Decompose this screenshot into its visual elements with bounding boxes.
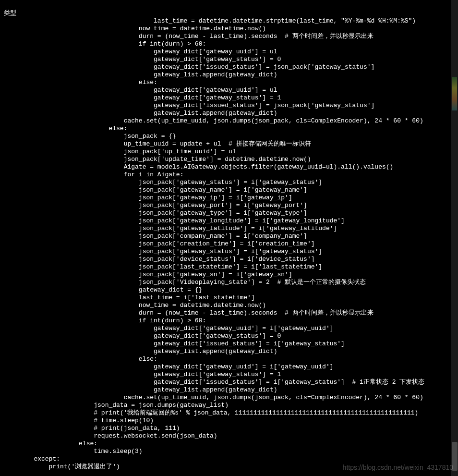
code-line: json_pack['Videoplaying_state'] = 2 # 默认… [4,279,454,286]
code-line: cache.set(up_time_uuid, json.dumps(json_… [4,117,454,125]
code-line: json_pack['company_name'] = i['company_n… [4,232,454,240]
code-line: now_time = datetime.datetime.now() [4,302,454,309]
code-line: json_pack = {} [4,133,454,140]
code-line: durn = (now_time - last_time).seconds # … [4,33,454,40]
code-line: json_pack['gateway_status'] = i['gateway… [4,179,454,186]
code-line: if int(durn) > 60: [4,317,454,325]
code-line: cache.set(up_time_uuid, json.dumps(json_… [4,394,454,402]
code-line: else: [4,125,454,133]
code-line: gateway_dict['gateway_uuid'] = i['gatewa… [4,363,454,371]
code-line: gateway_dict['issued_status'] = i['gatew… [4,378,454,386]
scrollbar-track[interactable] [451,0,458,476]
code-line: request.websocket.send(json_data) [4,432,454,440]
code-line: gateway_dict = {} [4,286,454,294]
code-line: gateway_dict['issued_status'] = i['gatew… [4,340,454,348]
code-line: if int(durn) > 60: [4,40,454,48]
type-label: 类型 [4,10,16,17]
code-line: json_pack['device_status'] = i['device_s… [4,256,454,263]
code-line: up_time_uuid = update + ul # 拼接存储网关的唯一标识… [4,140,454,148]
code-line: gateway_dict['gateway_status'] = 0 [4,56,454,63]
code-line: json_pack['update_time'] = datetime.date… [4,156,454,163]
code-line: gateway_list.append(gateway_dict) [4,348,454,355]
code-line: gateway_dict['gateway_status'] = 0 [4,332,454,340]
code-line: json_pack['gateway_name'] = i['gateway_n… [4,186,454,194]
code-line: durn = (now_time - last_time).seconds # … [4,309,454,317]
code-line: json_pack['gateway_longitude'] = i['gate… [4,217,454,225]
code-line: json_pack['gateway_latitude'] = i['gatew… [4,225,454,232]
watermark-text: https://blog.csdn.net/weixin_4317810 [343,464,453,471]
code-line: now_time = datetime.datetime.now() [4,25,454,33]
code-line: gateway_list.append(gateway_dict) [4,386,454,394]
code-line: time.sleep(3) [4,448,454,455]
code-line: for i in Aigate: [4,171,454,179]
code-line: else: [4,355,454,363]
code-line: Aigate = models.AIGateway.objects.filter… [4,163,454,171]
code-line: json_pack['gateway_ip'] = i['gateway_ip'… [4,194,454,202]
code-line: gateway_dict['gateway_status'] = 1 [4,94,454,102]
code-line: # print('我给前端返回的%s' % json_data, 1111111… [4,409,454,417]
code-line: json_pack['creation_time'] = i['creation… [4,240,454,248]
code-line: gateway_dict['issued_status'] = json_pac… [4,102,454,110]
terminal-output[interactable]: 类型 last_time = datetime.datetime.strptim… [0,0,458,476]
code-line: gateway_dict['gateway_uuid'] = i['gatewa… [4,325,454,332]
code-line: json_pack['gateway_type'] = i['gateway_t… [4,209,454,217]
code-line: gateway_dict['gateway_uuid'] = ul [4,48,454,56]
code-line: else: [4,440,454,448]
scrollbar-minimap [452,77,457,110]
code-line: gateway_list.append(gateway_dict) [4,71,454,79]
code-line: gateway_dict['issued_status'] = json_pac… [4,63,454,71]
code-line: last_time = i['last_statetime'] [4,294,454,302]
code-line: except: [4,455,454,463]
code-line: last_time = datetime.datetime.strptime(l… [4,17,454,25]
code-line: json_data = json.dumps(gateway_list) [4,402,454,409]
code-line: gateway_dict['gateway_status'] = 1 [4,371,454,378]
code-line: gateway_dict['gateway_uuid'] = ul [4,86,454,94]
code-line: json_pack['gateway_sn'] = i['gateway_sn'… [4,271,454,279]
code-line: # time.sleep(10) [4,417,454,425]
code-line: json_pack['last_statetime'] = i['last_st… [4,263,454,271]
code-block: last_time = datetime.datetime.strptime(l… [4,17,454,471]
code-line: # print(json_data, 111) [4,425,454,432]
code-line: json_pack['gateway_port'] = i['gateway_p… [4,202,454,209]
code-line: json_pack['gateway_status'] = i['gateway… [4,248,454,256]
code-line: else: [4,79,454,86]
code-line: gateway_list.append(gateway_dict) [4,110,454,117]
code-line: json_pack['up_time_uuid'] = ul [4,148,454,156]
